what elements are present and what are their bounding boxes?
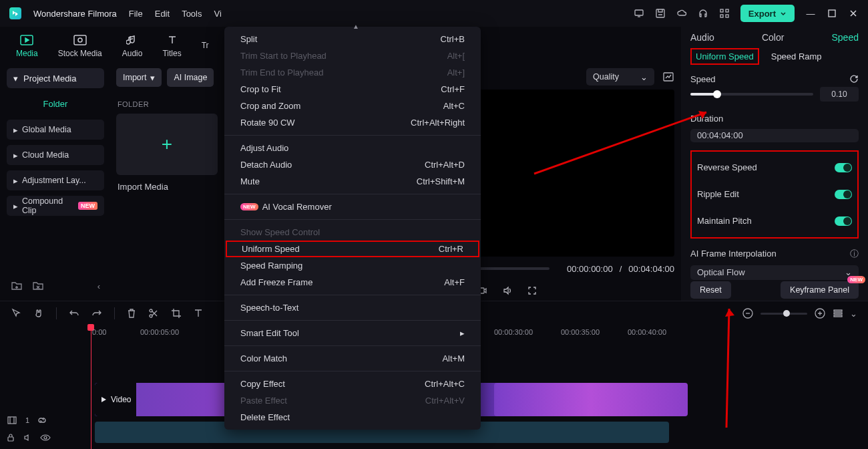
minimize-button[interactable]: —	[805, 8, 816, 19]
ctx-rotate[interactable]: Rotate 90 CWCtrl+Alt+Right	[224, 114, 481, 131]
ctx-color-match[interactable]: Color MatchAlt+M	[224, 350, 481, 367]
ctx-speech-text[interactable]: Speech-to-Text	[224, 299, 481, 316]
undo-icon[interactable]	[69, 309, 79, 318]
ctx-shortcut: Ctrl+R	[439, 244, 463, 254]
info-icon[interactable]: ⓘ	[850, 248, 859, 260]
speed-slider[interactable]	[690, 93, 813, 96]
pointer-icon[interactable]	[11, 308, 21, 319]
snapshot-icon[interactable]	[662, 71, 674, 82]
ctx-shortcut: Ctrl+Alt+V	[425, 396, 465, 406]
ai-image-button[interactable]: AI Image	[167, 68, 214, 87]
folder-heading: FOLDER	[116, 88, 219, 114]
menu-view[interactable]: Vi	[214, 9, 221, 19]
ctx-shortcut: Alt+M	[442, 353, 465, 363]
tab-titles[interactable]: Titles	[162, 33, 181, 58]
tab-transitions[interactable]: Tr	[202, 41, 209, 50]
text-icon[interactable]	[194, 309, 203, 318]
svg-rect-1	[656, 9, 664, 17]
ctx-label: Add Freeze Frame	[240, 277, 312, 287]
zoom-out-icon[interactable]	[742, 307, 754, 319]
chevron-left-icon[interactable]: ‹	[97, 281, 100, 291]
side-label: Cloud Media	[22, 150, 69, 160]
eye-icon[interactable]	[40, 434, 51, 442]
ctx-split[interactable]: SplitCtrl+B	[224, 31, 481, 47]
current-time: 00:00:00:00	[567, 264, 613, 274]
sidebar-compound[interactable]: ▸Compound ClipNEW	[7, 196, 104, 216]
crop-icon[interactable]	[171, 308, 182, 319]
speed-value[interactable]: 0.10	[820, 87, 859, 102]
sidebar-cloud-media[interactable]: ▸Cloud Media	[7, 145, 104, 165]
chevron-down-icon[interactable]: ⌄	[850, 309, 857, 319]
reverse-toggle[interactable]	[835, 163, 852, 172]
sidebar-global-media[interactable]: ▸Global Media	[7, 120, 104, 140]
zoom-in-icon[interactable]	[814, 307, 826, 319]
ctx-uniform-speed[interactable]: Uniform SpeedCtrl+R	[226, 241, 479, 257]
new-badge: NEW	[240, 203, 258, 210]
sidebar-adjustment[interactable]: ▸Adjustment Lay...	[7, 170, 104, 190]
ripple-toggle[interactable]	[835, 190, 852, 199]
export-button[interactable]: Export	[740, 5, 795, 22]
pitch-toggle[interactable]	[835, 216, 852, 226]
keyframe-panel-button[interactable]: Keyframe PanelNEW	[781, 281, 859, 299]
volume-icon[interactable]	[502, 285, 513, 296]
redo-icon[interactable]	[91, 309, 102, 318]
monitor-icon[interactable]	[634, 8, 644, 19]
ctx-copy-effect[interactable]: Copy EffectCtrl+Alt+C	[224, 376, 481, 392]
panel-tab-speed[interactable]: Speed	[832, 32, 859, 43]
tab-audio[interactable]: Audio	[122, 33, 143, 58]
cloud-icon[interactable]	[676, 8, 687, 19]
fullscreen-icon[interactable]	[527, 286, 537, 295]
submenu-icon: ▸	[460, 328, 465, 338]
menu-tools[interactable]: Tools	[182, 9, 202, 19]
subtab-uniform-speed[interactable]: Uniform Speed	[690, 48, 759, 65]
ctx-smart-edit[interactable]: Smart Edit Tool▸	[224, 325, 481, 341]
save-icon[interactable]	[655, 8, 666, 19]
folder-label[interactable]: Folder	[7, 94, 104, 114]
ctx-adjust-audio[interactable]: Adjust Audio	[224, 140, 481, 156]
ai-interp-select[interactable]: Optical Flow⌄	[690, 265, 859, 279]
panel-tab-color[interactable]: Color	[762, 32, 784, 43]
duration-value[interactable]: 00:04:04:00	[690, 129, 859, 142]
menu-file[interactable]: File	[129, 9, 143, 19]
import-drop-zone[interactable]: +	[116, 114, 218, 175]
menu-edit[interactable]: Edit	[155, 9, 170, 19]
close-button[interactable]	[848, 8, 859, 19]
zoom-slider[interactable]	[761, 313, 807, 315]
lock-icon[interactable]	[7, 433, 15, 442]
quality-select[interactable]: Quality⌄	[586, 68, 654, 86]
video-clip[interactable]	[494, 383, 688, 416]
media-center: Import▾ AI Image FOLDER + Import Media	[111, 64, 224, 301]
tab-media[interactable]: Media	[16, 33, 38, 58]
reset-button[interactable]: Reset	[690, 281, 731, 299]
ctx-speed-ramping[interactable]: Speed Ramping	[224, 257, 481, 274]
folder-trash-icon[interactable]	[32, 281, 44, 291]
project-media[interactable]: ▾Project Media	[7, 68, 104, 88]
film-icon[interactable]	[7, 416, 17, 425]
ctx-freeze-frame[interactable]: Add Freeze FrameAlt+F	[224, 274, 481, 291]
reset-icon[interactable]	[849, 74, 859, 84]
import-button[interactable]: Import▾	[116, 68, 162, 87]
link-icon[interactable]	[37, 416, 47, 425]
folder-add-icon[interactable]	[11, 281, 23, 291]
split-icon[interactable]	[148, 308, 159, 319]
side-label: Adjustment Lay...	[22, 176, 86, 185]
ctx-crop-zoom[interactable]: Crop and ZoomAlt+C	[224, 98, 481, 114]
mute-icon[interactable]	[23, 433, 32, 442]
chevron-up-icon: ▲	[353, 23, 359, 30]
headphones-icon[interactable]	[698, 8, 708, 19]
tab-stock[interactable]: Stock Media	[58, 33, 102, 58]
panel-tab-audio[interactable]: Audio	[690, 32, 714, 43]
svg-rect-21	[8, 417, 16, 424]
track-view-icon[interactable]	[833, 309, 843, 318]
ctx-detach-audio[interactable]: Detach AudioCtrl+Alt+D	[224, 156, 481, 173]
hand-icon[interactable]	[33, 308, 44, 319]
subtab-speed-ramp[interactable]: Speed Ramp	[771, 51, 822, 61]
ctx-delete-effect[interactable]: Delete Effect	[224, 409, 481, 426]
side-label: Global Media	[22, 125, 71, 134]
maximize-button[interactable]	[827, 8, 837, 19]
delete-icon[interactable]	[127, 308, 136, 319]
ctx-crop-fit[interactable]: Crop to FitCtrl+F	[224, 81, 481, 98]
ctx-vocal-remover[interactable]: NEWAI Vocal Remover	[224, 198, 481, 215]
grid-icon[interactable]	[719, 8, 730, 19]
ctx-mute[interactable]: MuteCtrl+Shift+M	[224, 173, 481, 190]
